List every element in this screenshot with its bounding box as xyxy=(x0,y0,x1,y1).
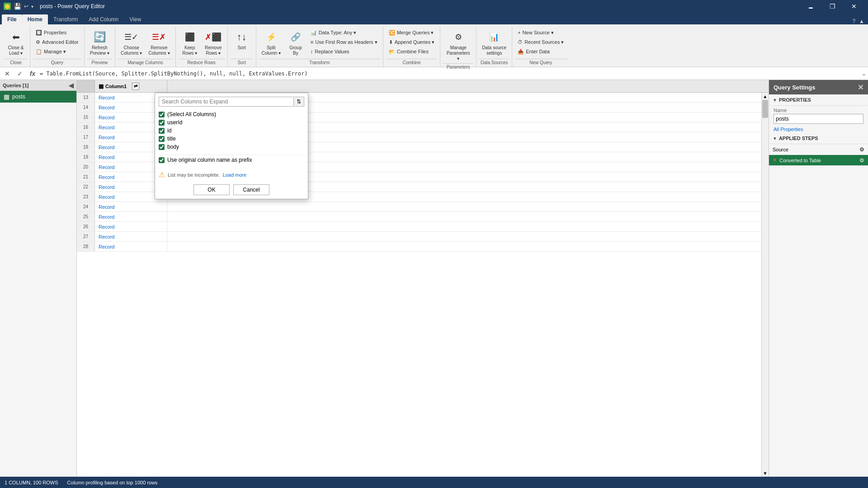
formula-input[interactable] xyxy=(40,69,860,79)
group-by-button[interactable]: 🔗 GroupBy xyxy=(284,28,307,58)
column1-type-icon: ▦ xyxy=(99,83,104,89)
formula-confirm-button[interactable]: ✓ xyxy=(14,68,25,79)
fx-button[interactable]: fx xyxy=(27,68,38,79)
new-source-icon: + xyxy=(518,30,520,35)
name-property-input[interactable] xyxy=(774,114,863,124)
tab-file[interactable]: File xyxy=(2,14,22,24)
help-icon: ? xyxy=(852,18,855,24)
table-row: 27 Record xyxy=(77,232,761,242)
tab-view[interactable]: View xyxy=(124,14,146,24)
status-profiling: Column profiling based on top 1000 rows xyxy=(67,480,158,485)
data-source-settings-icon: 📊 xyxy=(487,30,501,44)
data-type-icon: 📊 xyxy=(311,30,317,36)
choose-columns-button[interactable]: ☰✓ ChooseColumns ▾ xyxy=(118,28,145,58)
prefix-row[interactable]: Use original column name as prefix xyxy=(159,155,304,165)
remove-rows-button[interactable]: ✗⬛ RemoveRows ▾ xyxy=(202,28,225,58)
data-cell[interactable]: Record xyxy=(95,212,167,221)
quick-access-undo[interactable]: ↩ xyxy=(24,3,28,9)
combine-files-button[interactable]: 📂 Combine Files xyxy=(386,47,438,56)
applied-steps-section-header: ▼ APPLIED STEPS xyxy=(769,133,868,144)
data-cell[interactable]: Record xyxy=(95,242,167,251)
collapse-queries-button[interactable]: ◀ xyxy=(69,82,74,89)
data-source-settings-button[interactable]: 📊 Data sourcesettings xyxy=(479,28,509,58)
manage-parameters-button[interactable]: ⚙ ManageParameters ▾ xyxy=(443,28,473,63)
expand-search-sort-button[interactable]: ⇅ xyxy=(293,98,304,106)
tab-transform[interactable]: Transform xyxy=(48,14,83,24)
enter-data-icon: 📥 xyxy=(518,49,524,55)
advanced-editor-button[interactable]: ⚙ Advanced Editor xyxy=(33,38,81,47)
step-converted-gear-icon[interactable]: ⚙ xyxy=(859,157,864,164)
expand-column1-button[interactable]: ⇄ xyxy=(132,83,139,90)
formula-cancel-button[interactable]: ✕ xyxy=(2,68,13,79)
data-cell[interactable]: Record xyxy=(95,232,167,241)
tab-add-column[interactable]: Add Column xyxy=(83,14,124,24)
checkbox-userId[interactable]: userId xyxy=(159,118,304,127)
queries-title: Queries [1] xyxy=(3,83,28,88)
ok-button[interactable]: OK xyxy=(193,184,230,195)
restore-button[interactable]: ❐ xyxy=(822,0,843,13)
load-more-link[interactable]: Load more xyxy=(223,172,247,178)
scroll-down-button[interactable]: ▼ xyxy=(762,469,769,477)
properties-section-header: ▼ PROPERTIES xyxy=(769,94,868,106)
sort-button[interactable]: ↑↓ Sort xyxy=(231,28,253,52)
data-cell[interactable]: Record xyxy=(95,222,167,231)
data-cell[interactable]: Record xyxy=(95,202,167,211)
append-queries-button[interactable]: ⬇ Append Queries ▾ xyxy=(386,38,438,47)
scroll-up-button[interactable]: ▲ xyxy=(762,93,769,100)
replace-values-button[interactable]: ↕ Replace Values xyxy=(308,47,380,56)
enter-data-button[interactable]: 📥 Enter Data xyxy=(515,47,566,56)
cancel-button[interactable]: Cancel xyxy=(233,184,269,195)
merge-queries-icon: 🔀 xyxy=(389,30,395,36)
split-column-button[interactable]: ⚡ SplitColumn ▾ xyxy=(259,28,283,58)
properties-button[interactable]: 🔲 Properties xyxy=(33,28,81,37)
checkbox-title-input[interactable] xyxy=(159,136,165,142)
formula-expand-button[interactable]: ⌄ xyxy=(862,70,866,77)
ribbon-group-combine: 🔀 Merge Queries ▾ ⬇ Append Queries ▾ 📂 C… xyxy=(383,26,441,67)
reduce-rows-group-label: Reduce Rows xyxy=(179,59,225,67)
checkbox-select-all-input[interactable] xyxy=(159,112,165,117)
keep-rows-button[interactable]: ⬛ KeepRows ▾ xyxy=(179,28,201,58)
step-source-gear-icon[interactable]: ⚙ xyxy=(859,146,864,153)
all-properties-link[interactable]: All Properties xyxy=(769,126,868,133)
close-load-button[interactable]: ⬅ Close &Load ▾ xyxy=(5,28,27,58)
step-converted-to-table[interactable]: ✕ Converted to Table ⚙ xyxy=(769,155,868,166)
checkbox-select-all[interactable]: (Select All Columns) xyxy=(159,110,304,118)
quick-access-menu[interactable]: ▾ xyxy=(31,4,33,9)
merge-queries-button[interactable]: 🔀 Merge Queries ▾ xyxy=(386,28,438,37)
column1-header[interactable]: ▦ Column1 ⇄ xyxy=(95,80,167,92)
data-type-button[interactable]: 📊 Data Type: Any ▾ xyxy=(308,28,380,37)
checkbox-userId-input[interactable] xyxy=(159,120,165,126)
title-bar-controls: 🗕 ❐ ✕ xyxy=(800,0,864,13)
tab-home[interactable]: Home xyxy=(22,14,48,24)
ribbon-tabs: File Home Transform Add Column View ? ▲ xyxy=(0,13,868,24)
step-source[interactable]: Source ⚙ xyxy=(769,144,868,155)
remove-columns-button[interactable]: ☰✗ RemoveColumns ▾ xyxy=(146,28,172,58)
checkbox-body-input[interactable] xyxy=(159,144,165,150)
recent-sources-button[interactable]: ⏱ Recent Sources ▾ xyxy=(515,38,566,47)
manage-button[interactable]: 📋 Manage ▾ xyxy=(33,47,81,56)
new-source-button[interactable]: + New Source ▾ xyxy=(515,28,566,37)
name-property-row: Name xyxy=(769,106,868,126)
replace-values-icon: ↕ xyxy=(311,49,313,54)
scroll-thumb[interactable] xyxy=(762,100,768,118)
close-button[interactable]: ✕ xyxy=(844,0,864,13)
quick-access-save[interactable]: 💾 xyxy=(14,3,21,10)
ribbon-minimize-icon[interactable]: ▲ xyxy=(859,18,864,24)
minimize-button[interactable]: 🗕 xyxy=(800,0,821,13)
checkbox-title[interactable]: title xyxy=(159,135,304,143)
checkbox-body[interactable]: body xyxy=(159,143,304,151)
use-first-row-button[interactable]: ≡ Use First Row as Headers ▾ xyxy=(308,38,380,47)
ribbon-group-transform: ⚡ SplitColumn ▾ 🔗 GroupBy 📊 Data Type: A… xyxy=(256,26,383,67)
scroll-track[interactable] xyxy=(762,100,769,469)
right-panel-close-button[interactable]: ✕ xyxy=(858,83,863,92)
vertical-scrollbar[interactable]: ▲ ▼ xyxy=(761,93,769,477)
data-area: ⇅ (Select All Columns) userId id title xyxy=(77,80,769,477)
checkbox-id-input[interactable] xyxy=(159,128,165,134)
checkbox-id[interactable]: id xyxy=(159,127,304,135)
query-item-posts[interactable]: ▦ posts xyxy=(0,91,76,103)
expand-search-input[interactable] xyxy=(159,97,293,106)
prefix-checkbox[interactable] xyxy=(159,157,165,163)
grid-header: ▦ Column1 ⇄ xyxy=(77,80,769,93)
refresh-preview-button[interactable]: 🔄 RefreshPreview ▾ xyxy=(87,28,112,58)
ribbon-group-preview: 🔄 RefreshPreview ▾ Preview xyxy=(85,26,115,67)
